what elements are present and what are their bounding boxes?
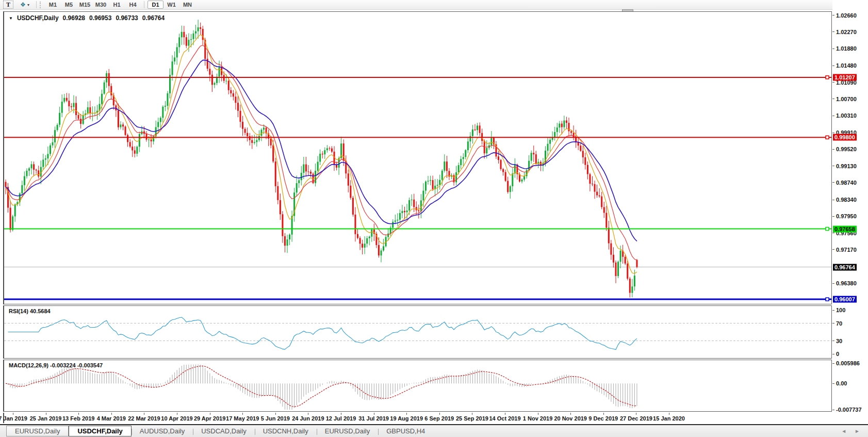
- timeframe-m5-button[interactable]: M5: [61, 1, 77, 9]
- time-tick: [374, 413, 374, 415]
- price-tick-label: 0.98340: [832, 197, 857, 203]
- time-tick-label: 25 Sep 2019: [456, 415, 488, 422]
- time-tick-label: 20 Nov 2019: [554, 415, 587, 422]
- current-price-label: 0.96764: [833, 264, 857, 270]
- time-tick-label: 4 Mar 2019: [97, 415, 126, 422]
- timeframe-m1-button[interactable]: M1: [45, 1, 61, 9]
- time-tick: [210, 413, 210, 415]
- macd-histogram-layer: [6, 364, 637, 410]
- time-tick: [144, 413, 144, 415]
- price-tick-label: 1.02660: [832, 12, 857, 19]
- ma-lines-layer: [6, 35, 637, 273]
- time-axis[interactable]: 7 Jan 201925 Jan 201913 Feb 20194 Mar 20…: [3, 413, 832, 423]
- time-tick: [78, 413, 79, 415]
- time-tick-label: 25 Jan 2019: [30, 415, 62, 422]
- time-tick: [669, 413, 669, 415]
- time-tick-label: 19 Aug 2019: [390, 415, 423, 422]
- rsi-chart[interactable]: [4, 306, 831, 358]
- rsi-line: [8, 317, 637, 350]
- price-tick-label: 1.01880: [832, 45, 857, 52]
- time-tick-label: 22 Mar 2019: [128, 415, 160, 422]
- time-tick: [13, 413, 13, 415]
- price-tick-label: 1.02270: [832, 29, 857, 35]
- tab-usdcad-daily[interactable]: USDCAD,Daily: [193, 426, 254, 436]
- time-tick: [570, 413, 571, 415]
- tab-scroll-left-icon[interactable]: ◄: [841, 428, 846, 434]
- timeframe-m30-button[interactable]: M30: [93, 1, 109, 9]
- time-tick-label: 9 Dec 2019: [588, 415, 618, 422]
- style-tool-icon: ❖: [20, 2, 26, 7]
- price-tick-label: 0.98740: [832, 180, 857, 186]
- text-cursor-tool-button[interactable]: T: [3, 1, 13, 9]
- time-tick: [538, 413, 538, 415]
- toolbar-separator: [144, 1, 144, 8]
- macd-label: MACD(12,26,9) -0.003224 -0.003547: [9, 362, 103, 368]
- price-axis[interactable]: 1.026601.022701.018801.014801.010901.007…: [832, 0, 868, 423]
- timeframe-d1-button[interactable]: D1: [148, 1, 163, 9]
- ohlc-high: 0.96953: [89, 14, 111, 22]
- time-tick-label: 24 Jun 2019: [292, 415, 324, 422]
- macd-indicator-panel[interactable]: MACD(12,26,9) -0.003224 -0.003547: [3, 360, 832, 412]
- timeframe-h1-button[interactable]: H1: [109, 1, 125, 9]
- time-tick-label: 14 Oct 2019: [489, 415, 520, 422]
- toolbar-separator: [36, 1, 37, 8]
- time-tick-label: 1 Nov 2019: [523, 415, 552, 422]
- timeframe-w1-button[interactable]: W1: [163, 1, 179, 9]
- tab-audusd-daily[interactable]: AUDUSD,Daily: [132, 426, 193, 436]
- price-tick-label: 0.97170: [832, 247, 857, 253]
- tab-eurusd-daily-2[interactable]: EURUSD,Daily: [317, 426, 378, 436]
- time-tick-label: 15 Jan 2020: [653, 415, 685, 422]
- hline-price-label: 0.99800: [833, 134, 857, 141]
- price-tick-label: 1.00700: [832, 96, 857, 102]
- candles-layer: [5, 20, 638, 297]
- price-tick-label: 1.01480: [832, 62, 857, 69]
- price-tick-label: 0.97950: [832, 213, 857, 219]
- time-tick: [177, 413, 177, 415]
- time-tick: [505, 413, 505, 415]
- timeframe-h4-button[interactable]: H4: [125, 1, 141, 9]
- tab-gbpusd-h4[interactable]: GBPUSD,H4: [378, 426, 433, 436]
- tab-eurusd-daily[interactable]: EURUSD,Daily: [6, 426, 69, 436]
- hline-price-label: 0.97658: [833, 225, 857, 232]
- time-tick-label: 6 Sep 2019: [424, 415, 454, 422]
- timeframe-mn-button[interactable]: MN: [179, 1, 195, 9]
- time-tick: [406, 413, 407, 415]
- timeframe-m15-button[interactable]: M15: [77, 1, 93, 9]
- hline-price-label: 1.01207: [833, 74, 857, 80]
- tab-usdchf-daily[interactable]: USDCHF,Daily: [69, 426, 131, 436]
- chart-title: ▼ USDCHF,Daily 0.96928 0.96953 0.96733 0…: [9, 14, 167, 22]
- time-tick: [439, 413, 440, 415]
- macd-chart[interactable]: [4, 360, 831, 411]
- price-tick-label: 100: [832, 307, 845, 313]
- price-tick-label: 0.00: [832, 380, 847, 386]
- time-tick: [341, 413, 341, 415]
- time-tick: [46, 413, 46, 415]
- rsi-indicator-panel[interactable]: RSI(14) 40.5684: [3, 305, 832, 359]
- price-tick-label: 70: [832, 320, 842, 327]
- dropdown-caret-icon: ▾: [27, 3, 29, 7]
- time-tick-label: 5 Jun 2019: [261, 415, 290, 422]
- time-tick-label: 7 Jan 2019: [0, 415, 27, 422]
- tab-scroll-arrows: ◄ ►: [841, 428, 860, 434]
- style-tool-button[interactable]: ❖ ▾: [17, 1, 33, 9]
- time-tick-label: 29 Apr 2019: [194, 415, 225, 422]
- hline-price-label: 0.96007: [833, 296, 857, 303]
- time-tick-label: 13 Feb 2019: [62, 415, 94, 422]
- price-tick-label: 0.99130: [832, 163, 857, 169]
- time-tick-label: 12 Jul 2019: [326, 415, 356, 422]
- time-tick-label: 10 Apr 2019: [161, 415, 192, 422]
- candlestick-chart[interactable]: [4, 12, 831, 304]
- price-tick-label: 0: [832, 351, 839, 357]
- collapse-triangle-icon[interactable]: ▼: [9, 16, 13, 21]
- price-tick-label: -0.007737: [832, 407, 862, 413]
- price-tick-label: 0.96380: [832, 280, 857, 286]
- toolbar-grip[interactable]: [40, 2, 42, 8]
- chart-tab-bar: EURUSD,Daily USDCHF,Daily AUDUSD,Daily U…: [0, 424, 868, 437]
- ohlc-low: 0.96733: [116, 14, 138, 22]
- macd-signal-line: [6, 366, 637, 407]
- ohlc-open: 0.96928: [63, 14, 85, 22]
- tab-scroll-right-icon[interactable]: ►: [855, 428, 860, 434]
- price-chart-panel[interactable]: ▼ USDCHF,Daily 0.96928 0.96953 0.96733 0…: [3, 11, 832, 304]
- tab-usdcnh-daily[interactable]: USDCNH,Daily: [255, 426, 317, 436]
- time-tick: [603, 413, 604, 415]
